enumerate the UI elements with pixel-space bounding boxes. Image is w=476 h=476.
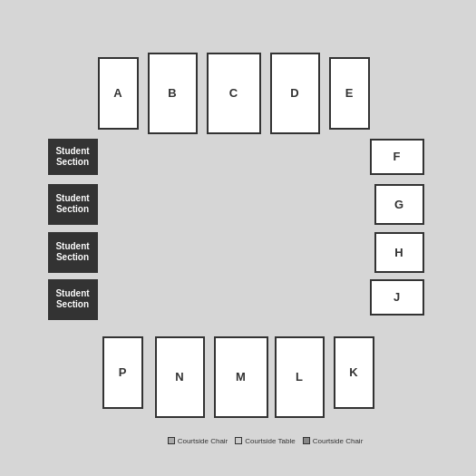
section-d-label: D <box>290 86 298 100</box>
legend-label-table: Courtside Table <box>245 437 295 445</box>
legend-label-chair: Courtside Chair <box>178 437 228 445</box>
section-n-label: N <box>175 370 183 384</box>
section-n[interactable]: N <box>155 336 205 418</box>
legend-dot-chair2 <box>303 437 310 444</box>
section-student-4-label: Student Section <box>50 288 96 310</box>
section-student-1[interactable]: Student Section <box>48 139 98 175</box>
section-student-4[interactable]: Student Section <box>48 279 98 320</box>
section-k-label: K <box>349 365 357 379</box>
section-j-label: J <box>393 290 400 304</box>
section-b[interactable]: B <box>148 53 198 134</box>
section-student-3[interactable]: Student Section <box>48 232 98 273</box>
section-f-label: F <box>393 150 401 163</box>
legend-courtside-chair: Courtside Chair <box>168 437 228 445</box>
section-l-label: L <box>296 370 303 384</box>
section-m-label: M <box>236 370 246 384</box>
section-c-label: C <box>229 86 238 100</box>
legend-label-chair2: Courtside Chair <box>313 437 364 445</box>
section-a[interactable]: A <box>98 57 139 130</box>
section-k[interactable]: K <box>334 336 374 409</box>
section-b-label: B <box>168 86 176 100</box>
section-c[interactable]: C <box>207 53 261 134</box>
section-student-2-label: Student Section <box>50 193 96 215</box>
section-g[interactable]: G <box>374 184 424 225</box>
section-f[interactable]: F <box>370 139 424 175</box>
section-a-label: A <box>113 86 121 100</box>
section-h[interactable]: H <box>374 232 424 273</box>
legend: Courtside Chair Courtside Table Courtsid… <box>102 437 429 445</box>
section-e[interactable]: E <box>329 57 370 130</box>
section-g-label: G <box>394 198 403 211</box>
legend-dot-table <box>235 437 242 444</box>
legend-courtside-chair2: Courtside Chair <box>303 437 364 445</box>
section-j[interactable]: J <box>370 279 424 316</box>
section-m[interactable]: M <box>214 336 268 418</box>
section-student-1-label: Student Section <box>50 146 96 168</box>
section-d[interactable]: D <box>270 53 320 134</box>
section-student-3-label: Student Section <box>50 241 96 263</box>
section-p-label: P <box>119 365 127 379</box>
section-l[interactable]: L <box>275 336 325 418</box>
section-e-label: E <box>345 86 354 100</box>
section-student-2[interactable]: Student Section <box>48 184 98 225</box>
legend-courtside-table: Courtside Table <box>235 437 295 445</box>
section-p[interactable]: P <box>102 336 143 409</box>
legend-dot-chair <box>168 437 175 444</box>
arena-map: A B C D E F G H J K L M N P Student Sect… <box>48 48 429 429</box>
section-h-label: H <box>394 246 403 259</box>
